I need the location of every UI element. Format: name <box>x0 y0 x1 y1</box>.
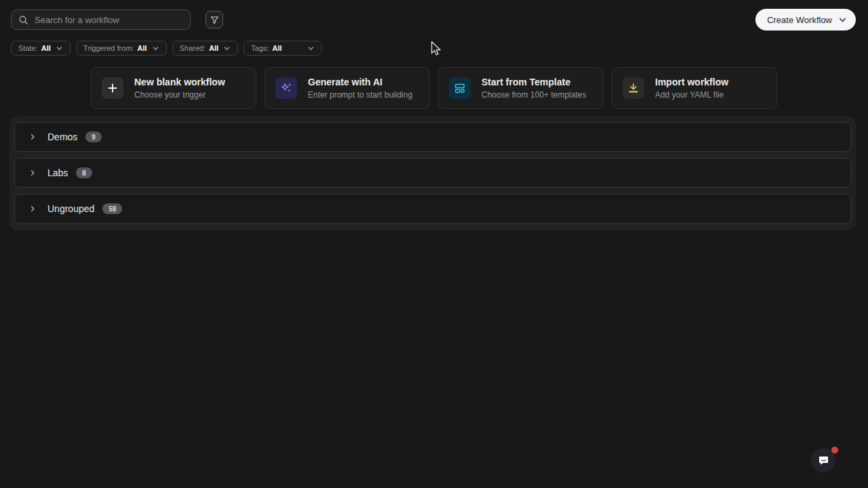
search-icon <box>18 15 28 25</box>
notification-dot <box>831 447 838 453</box>
filter-tags-label: Tags: <box>251 44 269 52</box>
card-title: Start from Template <box>481 77 586 88</box>
card-title: Generate with AI <box>308 77 412 88</box>
group-count-badge: 58 <box>102 203 122 214</box>
group-row-labs[interactable]: Labs 8 <box>14 158 851 188</box>
sparkles-icon <box>275 77 297 99</box>
chevron-right-icon <box>28 205 37 213</box>
filter-tags-value: All <box>273 44 282 52</box>
card-subtitle: Choose from 100+ templates <box>481 90 586 100</box>
group-row-ungrouped[interactable]: Ungrouped 58 <box>14 194 851 224</box>
start-from-template-card[interactable]: Start from Template Choose from 100+ tem… <box>438 67 604 109</box>
group-label: Demos <box>47 131 77 142</box>
chevron-right-icon <box>28 133 37 141</box>
card-subtitle: Choose your trigger <box>134 90 225 100</box>
filter-button[interactable] <box>205 11 223 28</box>
group-count-badge: 9 <box>85 131 102 142</box>
filter-state-label: State: <box>18 44 38 52</box>
filter-state-value: All <box>41 44 51 52</box>
new-blank-workflow-card[interactable]: New blank workflow Choose your trigger <box>91 67 256 109</box>
search-input[interactable] <box>35 15 183 25</box>
cursor-pointer <box>431 41 441 56</box>
chevron-down-icon <box>223 45 231 52</box>
workflow-groups-container: Demos 9 Labs 8 Ungrouped 58 <box>9 117 856 230</box>
filter-bar: State: All Triggered from: All Shared: A… <box>11 41 322 56</box>
chat-bubble-icon <box>818 455 829 466</box>
create-options-row: New blank workflow Choose your trigger G… <box>0 67 868 109</box>
filter-triggered-from[interactable]: Triggered from: All <box>76 41 167 56</box>
card-title: Import workflow <box>655 77 728 88</box>
generate-with-ai-card[interactable]: Generate with AI Enter prompt to start b… <box>264 67 430 109</box>
filter-shared-label: Shared: <box>180 44 206 52</box>
chevron-down-icon <box>307 45 315 52</box>
filter-tags[interactable]: Tags: All <box>243 41 322 56</box>
chevron-right-icon <box>28 169 37 177</box>
workflow-search <box>11 9 191 30</box>
chevron-down-icon <box>56 45 63 52</box>
chevron-down-icon <box>838 16 847 24</box>
group-label: Ungrouped <box>47 203 94 214</box>
group-count-badge: 8 <box>76 167 92 178</box>
group-row-demos[interactable]: Demos 9 <box>14 122 851 152</box>
funnel-icon <box>210 16 219 24</box>
filter-shared-value: All <box>209 44 218 52</box>
chevron-down-icon <box>152 45 159 52</box>
create-workflow-button[interactable]: Create Workflow <box>755 9 856 30</box>
create-workflow-label: Create Workflow <box>767 15 832 25</box>
card-title: New blank workflow <box>134 77 225 88</box>
plus-icon <box>102 77 123 99</box>
group-label: Labs <box>47 167 68 178</box>
download-icon <box>623 77 644 99</box>
card-subtitle: Add your YAML file <box>655 90 728 100</box>
filter-state[interactable]: State: All <box>11 41 71 56</box>
filter-triggered-from-value: All <box>138 44 147 52</box>
template-icon <box>449 77 471 99</box>
card-subtitle: Enter prompt to start building <box>308 90 412 100</box>
filter-triggered-from-label: Triggered from: <box>83 44 134 52</box>
filter-shared[interactable]: Shared: All <box>172 41 239 56</box>
import-workflow-card[interactable]: Import workflow Add your YAML file <box>612 67 777 109</box>
